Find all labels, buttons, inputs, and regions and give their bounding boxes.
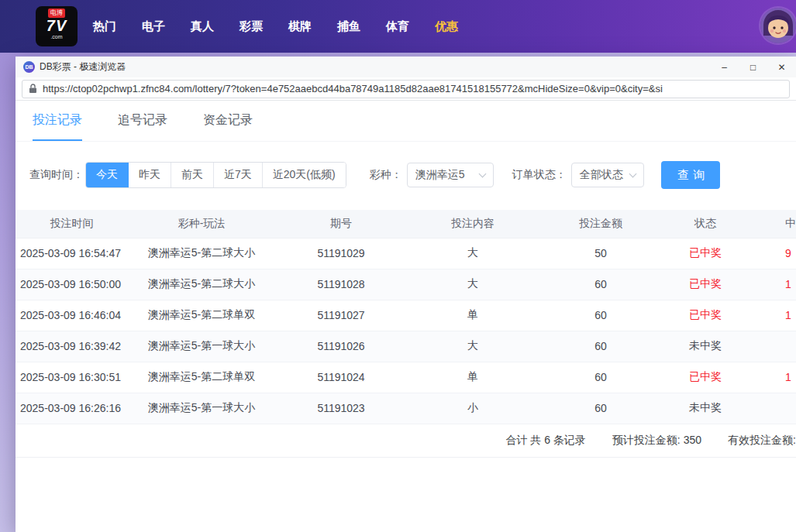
summary-total-count: 合计 共 6 条记录 (505, 434, 585, 448)
cell-amount: 60 (539, 362, 663, 393)
search-button[interactable]: 查询 (661, 161, 720, 189)
cell-game: 澳洲幸运5-第二球单双 (128, 362, 275, 393)
time-option-20days[interactable]: 近20天(低频) (263, 163, 346, 187)
time-option-daybefore[interactable]: 前天 (171, 163, 214, 187)
tab-bet-records[interactable]: 投注记录 (33, 101, 82, 141)
window-titlebar[interactable]: DB DB彩票 - 极速浏览器 – □ ✕ (16, 57, 796, 77)
summary-expected-amount: 预计投注金额: 350 (612, 434, 701, 448)
time-option-today[interactable]: 今天 (86, 163, 129, 187)
lottery-filter-label: 彩种： (370, 168, 402, 182)
cell-prize (748, 393, 796, 424)
col-header-issue: 期号 (275, 210, 407, 238)
records-table: 投注时间 彩种-玩法 期号 投注内容 投注金额 状态 中奖金额 2025-03-… (16, 210, 796, 424)
cell-game: 澳洲幸运5-第一球大小 (128, 331, 275, 362)
nav-item-hot[interactable]: 热门 (93, 19, 116, 34)
tab-fund-records[interactable]: 资金记录 (203, 101, 253, 141)
cell-amount: 60 (539, 393, 663, 424)
nav-item-lottery[interactable]: 彩票 (239, 19, 263, 34)
cell-game: 澳洲幸运5-第二球大小 (128, 269, 275, 300)
col-header-content: 投注内容 (407, 210, 539, 238)
status-select-value: 全部状态 (580, 168, 623, 182)
nav-item-sports[interactable]: 体育 (386, 19, 409, 34)
minimize-button[interactable]: – (710, 57, 739, 77)
address-bar[interactable]: https://ctop02pchwp1.zfnc84.com/lottery/… (22, 80, 790, 98)
browser-tab-icon: DB (23, 61, 35, 73)
cell-content: 单 (407, 362, 539, 393)
table-row: 2025-03-09 16:46:04 澳洲幸运5-第二球单双 51191027… (16, 300, 796, 331)
table-row: 2025-03-09 16:26:16 澳洲幸运5-第一球大小 51191023… (16, 393, 796, 424)
cell-issue: 51191024 (275, 362, 407, 393)
logo-badge: 电博 (48, 9, 65, 18)
cell-game: 澳洲幸运5-第一球大小 (128, 393, 275, 424)
lottery-records-page: 投注记录 追号记录 资金记录 查询时间： 今天 昨天 前天 近7天 近20天(低… (16, 101, 796, 532)
time-option-yesterday[interactable]: 昨天 (129, 163, 171, 187)
nav-item-live[interactable]: 真人 (191, 19, 214, 34)
time-range-group: 今天 昨天 前天 近7天 近20天(低频) (85, 162, 346, 188)
nav-item-cards[interactable]: 棋牌 (288, 19, 312, 34)
table-row: 2025-03-09 16:30:51 澳洲幸运5-第二球单双 51191024… (16, 362, 796, 393)
nav-item-slots[interactable]: 电子 (142, 19, 165, 34)
time-option-7days[interactable]: 近7天 (214, 163, 263, 187)
cell-amount: 60 (539, 331, 663, 362)
cell-issue: 51191029 (275, 238, 407, 269)
cell-content: 大 (407, 331, 539, 362)
cell-amount: 60 (539, 269, 663, 300)
lottery-select[interactable]: 澳洲幸运5 (407, 163, 494, 187)
browser-urlbar: https://ctop02pchwp1.zfnc84.com/lottery/… (16, 77, 796, 101)
cell-time: 2025-03-09 16:39:42 (16, 331, 128, 362)
table-header-row: 投注时间 彩种-玩法 期号 投注内容 投注金额 状态 中奖金额 (16, 210, 796, 238)
browser-window: DB DB彩票 - 极速浏览器 – □ ✕ https://ctop02pchw… (16, 57, 796, 532)
close-button[interactable]: ✕ (767, 57, 796, 77)
cell-status: 已中奖 (663, 269, 748, 300)
cell-amount: 60 (539, 300, 663, 331)
status-filter-label: 订单状态： (512, 168, 567, 182)
avatar-illustration (760, 8, 796, 43)
site-logo[interactable]: 电博 7V .com (36, 6, 78, 46)
cell-issue: 51191027 (275, 300, 407, 331)
filter-bar: 查询时间： 今天 昨天 前天 近7天 近20天(低频) 彩种： 澳洲幸运5 订单… (16, 161, 796, 189)
col-header-status: 状态 (663, 210, 748, 238)
user-avatar[interactable] (760, 8, 796, 43)
cell-status: 已中奖 (663, 300, 748, 331)
cell-content: 大 (407, 238, 539, 269)
chevron-down-icon (478, 170, 486, 177)
cell-content: 单 (407, 300, 539, 331)
summary-valid-amount: 有效投注金额: (728, 434, 796, 448)
nav-item-promo[interactable]: 优惠 (435, 19, 458, 34)
maximize-button[interactable]: □ (739, 57, 767, 77)
cell-time: 2025-03-09 16:26:16 (16, 393, 128, 424)
cell-content: 小 (407, 393, 539, 424)
window-title: DB彩票 - 极速浏览器 (40, 60, 126, 74)
cell-prize: 9 (748, 238, 796, 269)
site-navbar: 电博 7V .com 热门 电子 真人 彩票 棋牌 捕鱼 体育 优惠 (0, 0, 796, 53)
cell-time: 2025-03-09 16:46:04 (16, 300, 128, 331)
cell-issue: 51191023 (275, 393, 407, 424)
cell-game: 澳洲幸运5-第二球大小 (128, 238, 275, 269)
cell-issue: 51191028 (275, 269, 407, 300)
cell-amount: 50 (539, 238, 663, 269)
cell-prize: 1 (748, 269, 796, 300)
lock-icon (29, 84, 37, 94)
cell-status: 已中奖 (663, 362, 748, 393)
table-row: 2025-03-09 16:54:47 澳洲幸运5-第二球大小 51191029… (16, 238, 796, 269)
col-header-game: 彩种-玩法 (128, 210, 275, 238)
cell-time: 2025-03-09 16:30:51 (16, 362, 128, 393)
window-controls: – □ ✕ (710, 57, 796, 77)
order-status-select[interactable]: 全部状态 (571, 163, 644, 187)
cell-status: 已中奖 (663, 238, 748, 269)
nav-menu: 热门 电子 真人 彩票 棋牌 捕鱼 体育 优惠 (93, 19, 458, 34)
cell-prize: 1 (748, 300, 796, 331)
chevron-down-icon (629, 170, 636, 177)
time-filter-label: 查询时间： (29, 168, 84, 182)
cell-status: 未中奖 (663, 331, 748, 362)
cell-issue: 51191026 (275, 331, 407, 362)
tab-chase-records[interactable]: 追号记录 (118, 101, 167, 141)
cell-prize (748, 331, 796, 362)
table-summary: 合计 共 6 条记录 预计投注金额: 350 有效投注金额: (16, 424, 796, 458)
nav-item-fishing[interactable]: 捕鱼 (337, 19, 360, 34)
records-table-wrap: 投注时间 彩种-玩法 期号 投注内容 投注金额 状态 中奖金额 2025-03-… (16, 210, 796, 458)
logo-brand: 7V (36, 18, 78, 34)
cell-game: 澳洲幸运5-第二球单双 (128, 300, 275, 331)
cell-content: 大 (407, 269, 539, 300)
lottery-select-value: 澳洲幸运5 (415, 168, 465, 182)
